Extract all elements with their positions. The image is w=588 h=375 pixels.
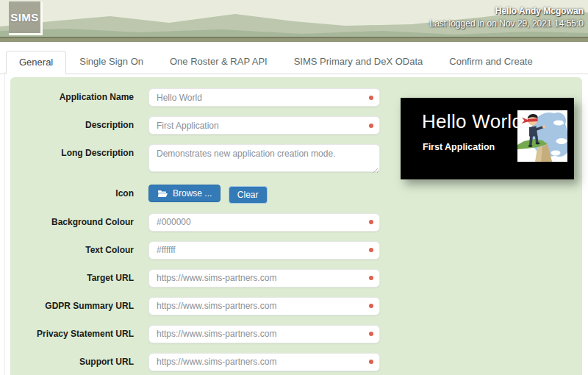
page-header: SIMS Hello Andy Mcgowan Last logged in o… xyxy=(0,0,588,42)
gdpr-summary-url-label: GDPR Summary URL xyxy=(10,297,148,315)
browse-button-label: Browse ... xyxy=(173,188,212,199)
application-name-label: Application Name xyxy=(10,88,148,107)
content-left-border xyxy=(4,72,5,375)
text-colour-input[interactable] xyxy=(148,241,380,260)
support-url-label: Support URL xyxy=(10,353,148,371)
required-indicator xyxy=(369,96,373,100)
text-colour-label: Text Colour xyxy=(10,241,148,260)
form-row-support-url: Support URL xyxy=(10,353,582,371)
tab-bar: General Single Sign On One Roster & RAP … xyxy=(0,50,588,74)
icon-label: Icon xyxy=(10,185,148,203)
required-indicator xyxy=(369,304,373,308)
user-info: Hello Andy Mcgowan Last logged in on Nov… xyxy=(430,5,584,30)
form-row-privacy-statement-url: Privacy Statement URL xyxy=(10,325,582,343)
blindfolded-man-on-cliff-illustration xyxy=(517,110,567,162)
preview-subtitle: First Application xyxy=(423,142,495,152)
form-row-target-url: Target URL xyxy=(10,269,582,288)
open-folder-icon xyxy=(157,190,168,198)
target-url-input[interactable] xyxy=(148,269,380,288)
tab-confirm-and-create[interactable]: Confirm and Create xyxy=(436,50,545,74)
tab-sims-primary-dex-odata[interactable]: SIMS Primary and DeX OData xyxy=(281,50,437,74)
support-url-input[interactable] xyxy=(148,353,380,371)
last-login-text: Last logged in on Nov 29, 2021 14:55:0 xyxy=(430,18,584,30)
required-indicator xyxy=(369,220,373,224)
form-row-background-colour: Background Colour xyxy=(10,213,582,232)
description-label: Description xyxy=(10,116,148,135)
background-colour-input[interactable] xyxy=(148,213,380,232)
tab-general[interactable]: General xyxy=(6,51,66,74)
background-colour-label: Background Colour xyxy=(10,213,148,232)
privacy-statement-url-input[interactable] xyxy=(148,325,380,343)
target-url-label: Target URL xyxy=(10,269,148,288)
sims-logo: SIMS xyxy=(9,1,43,35)
description-input[interactable] xyxy=(148,116,380,135)
user-greeting: Hello Andy Mcgowan xyxy=(430,5,584,18)
required-indicator xyxy=(369,360,373,364)
tab-one-roster-rap-api[interactable]: One Roster & RAP API xyxy=(157,50,281,74)
required-indicator xyxy=(369,276,373,280)
long-description-label: Long Description xyxy=(10,144,148,162)
long-description-textarea[interactable]: Demonstrates new application creation mo… xyxy=(148,144,380,172)
required-indicator xyxy=(369,332,373,336)
required-indicator xyxy=(369,124,373,128)
icon-clear-button[interactable]: Clear xyxy=(229,186,268,204)
icon-browse-button[interactable]: Browse ... xyxy=(148,185,220,202)
form-row-gdpr-summary-url: GDPR Summary URL xyxy=(10,297,582,315)
application-icon-image xyxy=(517,110,567,162)
preview-title: Hello World xyxy=(422,110,523,133)
application-name-input[interactable] xyxy=(148,88,380,107)
gdpr-summary-url-input[interactable] xyxy=(148,297,380,315)
privacy-statement-url-label: Privacy Statement URL xyxy=(10,325,148,343)
form-row-icon: Icon Browse ... Clear xyxy=(10,185,582,204)
tab-single-sign-on[interactable]: Single Sign On xyxy=(66,50,157,74)
application-tile-preview: Hello World First Application xyxy=(401,98,574,179)
clear-button-label: Clear xyxy=(237,190,259,200)
form-row-text-colour: Text Colour xyxy=(10,241,582,260)
required-indicator xyxy=(369,248,373,252)
